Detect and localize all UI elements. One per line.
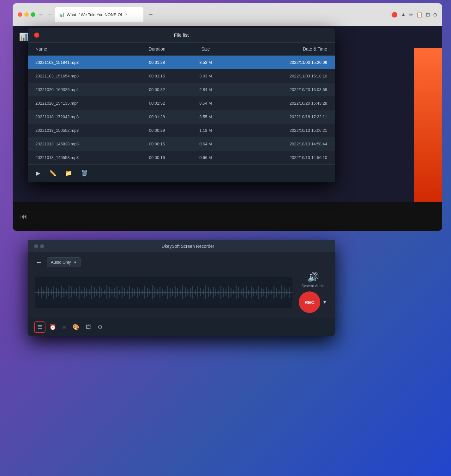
nav-screenshot-button[interactable]: 🖼	[83, 322, 94, 333]
equalizer-icon: ≡	[63, 324, 66, 330]
waveform-bar	[111, 289, 112, 296]
table-row[interactable]: 20221013_145828.mp3 00:00:15 0.64 M 2022…	[28, 137, 335, 151]
tab-title: What If We Told You NONE Of	[67, 12, 122, 17]
recorder-top-row: ← Audio Only ▼	[35, 257, 327, 267]
waveform-bar	[134, 289, 135, 296]
waveform-bar	[233, 290, 234, 295]
waveform-bar	[256, 290, 257, 295]
waveform-bar	[137, 287, 138, 298]
cell-datetime: 2022/10/13 14:58:44	[230, 142, 327, 146]
table-row[interactable]: 20221020_154135.mp4 00:01:52 8.54 M 2022…	[28, 96, 335, 110]
tab-favicon: 📊	[59, 12, 65, 17]
tab-close-button[interactable]: ×	[125, 12, 127, 17]
waveform-bar	[41, 287, 42, 298]
nav-palette-button[interactable]: 🎨	[70, 322, 82, 333]
maximize-dot[interactable]	[31, 12, 35, 17]
waveform-bar	[243, 288, 244, 297]
waveform-bar	[284, 287, 285, 297]
waveform-bar	[197, 286, 198, 298]
folder-button[interactable]: 📁	[63, 168, 74, 178]
rec-dropdown-button[interactable]: ▼	[322, 299, 327, 305]
waveform-bar	[69, 285, 69, 299]
cell-size: 3.55 M	[181, 114, 230, 119]
waveform-bar	[132, 288, 133, 297]
col-name: Name	[35, 46, 133, 52]
waveform-bar	[117, 286, 117, 299]
table-row[interactable]: 20221018_172042.mp3 00:01:28 3.55 M 2022…	[28, 110, 335, 124]
mode-dropdown[interactable]: Audio Only ▼	[47, 257, 81, 267]
waveform-bar	[53, 286, 54, 299]
edit-button[interactable]: ✏️	[47, 168, 58, 178]
side-image	[414, 48, 442, 218]
cell-datetime: 2022/11/03 15:20:09	[230, 60, 327, 65]
settings-icon: ⚙	[98, 324, 103, 330]
waveform-bar	[38, 289, 39, 296]
skip-back-button[interactable]: ⏮	[20, 212, 27, 221]
browser-back[interactable]: ←	[39, 12, 44, 17]
bottom-player: ⏮	[13, 202, 442, 231]
play-button[interactable]: ▶	[34, 168, 42, 178]
cell-size: 2.84 M	[181, 87, 230, 92]
cell-duration: 00:00:32	[133, 87, 181, 92]
new-tab-button[interactable]: +	[147, 10, 155, 20]
waveform-bar	[86, 289, 87, 296]
browser-icon-2: ▲	[401, 12, 406, 18]
cell-size: 0.64 M	[181, 142, 230, 146]
waveform-bar	[258, 286, 259, 299]
browser-forward[interactable]: →	[47, 12, 52, 17]
browser-tab[interactable]: 📊 What If We Told You NONE Of ×	[55, 7, 143, 22]
waveform-bar	[94, 287, 95, 297]
waveform-bar	[152, 285, 153, 299]
waveform-bar	[84, 287, 85, 298]
table-row[interactable]: 20221020_160326.mp4 00:00:32 2.84 M 2022…	[28, 83, 335, 96]
waveform-bar	[99, 286, 100, 298]
delete-button[interactable]: 🗑️	[79, 168, 90, 178]
waveform-bar	[124, 288, 125, 296]
cell-datetime: 2022/10/18 17:22:11	[230, 114, 327, 119]
mode-label: Audio Only	[51, 260, 71, 265]
palette-icon: 🎨	[72, 324, 79, 330]
system-audio-control[interactable]: 🔊 System Audio	[301, 272, 324, 288]
waveform-bar	[187, 289, 188, 296]
nav-equalizer-button[interactable]: ≡	[60, 322, 69, 333]
cell-name: 20221020_154135.mp4	[35, 101, 133, 106]
waveform-bar	[266, 287, 267, 298]
cell-duration: 00:00:29	[133, 128, 181, 133]
waveform-bar	[46, 286, 47, 299]
browser-icon-4: 📋	[416, 12, 423, 18]
waveform-bar	[167, 286, 168, 299]
clock-icon: ⏰	[49, 324, 56, 330]
cell-name: 20221020_160326.mp4	[35, 87, 133, 92]
nav-settings-button[interactable]: ⚙	[95, 322, 105, 333]
waveform-bar	[286, 289, 287, 295]
table-row[interactable]: 20221103_151654.mp3 00:01:15 3.03 M 2022…	[28, 69, 335, 83]
table-row[interactable]: 20221013_145553.mp3 00:00:16 0.66 M 2022…	[28, 151, 335, 164]
minimize-dot[interactable]	[24, 12, 29, 17]
waveform-bar	[190, 288, 191, 297]
table-row[interactable]: 20221013_150552.mp3 00:00:29 1.18 M 2022…	[28, 124, 335, 137]
back-button[interactable]: ←	[35, 258, 42, 266]
waveform-bar	[205, 285, 206, 299]
waveform-bar	[58, 289, 59, 296]
waveform-bar	[253, 288, 254, 296]
cell-name: 20221013_150552.mp3	[35, 128, 133, 133]
cell-duration: 00:01:28	[133, 60, 181, 65]
waveform-display	[35, 277, 292, 308]
recorder-dots	[34, 244, 44, 248]
waveform-bar	[236, 285, 237, 299]
waveform-bar	[200, 288, 201, 296]
waveform-bar	[175, 286, 176, 298]
recorder-right-controls: 🔊 System Audio REC ▼	[299, 272, 327, 313]
waveform-bar	[192, 286, 193, 299]
nav-schedule-button[interactable]: ⏰	[47, 322, 59, 333]
browser-icon-3: ✏	[409, 12, 413, 18]
waveform-bar	[66, 290, 67, 295]
waveform-bar	[43, 290, 44, 295]
cell-name: 20221103_151654.mp3	[35, 74, 133, 78]
nav-filelist-button[interactable]: ☰	[34, 321, 45, 333]
close-dot[interactable]	[18, 12, 22, 17]
waveform-bar	[208, 287, 209, 297]
waveform-bar	[162, 289, 163, 296]
table-row[interactable]: 20221103_151841.mp3 00:01:28 3.53 M 2022…	[28, 56, 335, 69]
rec-button[interactable]: REC	[299, 291, 320, 313]
